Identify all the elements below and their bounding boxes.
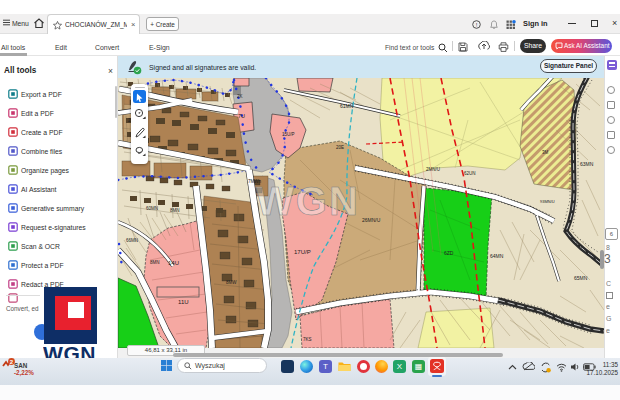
svg-text:2K: 2K [237, 94, 243, 99]
svg-text:2MN/U: 2MN/U [426, 167, 440, 172]
svg-text:64MN: 64MN [490, 253, 504, 259]
svg-text:93MN/U: 93MN/U [540, 199, 555, 204]
svg-text:20E: 20E [336, 145, 344, 150]
svg-text:3M: 3M [542, 150, 549, 155]
svg-text:65MN: 65MN [574, 275, 588, 281]
svg-text:60MN: 60MN [146, 206, 158, 211]
svg-text:17U/P: 17U/P [294, 249, 311, 255]
svg-text:26MN/U: 26MN/U [362, 217, 381, 223]
svg-text:8MN: 8MN [170, 208, 180, 213]
svg-text:7KS: 7KS [303, 337, 312, 342]
svg-text:6ZD: 6ZD [444, 250, 454, 256]
svg-text:WGN: WGN [256, 179, 360, 223]
svg-text:11U: 11U [178, 299, 189, 305]
svg-text:7U: 7U [238, 113, 245, 119]
svg-text:61MN: 61MN [340, 103, 354, 109]
svg-text:63MN: 63MN [580, 161, 594, 167]
svg-text:8MW: 8MW [226, 280, 237, 285]
svg-text:15U/P: 15U/P [282, 132, 295, 137]
svg-text:62UN: 62UN [464, 171, 476, 176]
svg-text:8MN: 8MN [150, 260, 160, 265]
svg-text:!: ! [476, 22, 478, 28]
svg-text:14U: 14U [168, 260, 179, 266]
svg-text:66MN: 66MN [126, 238, 138, 243]
